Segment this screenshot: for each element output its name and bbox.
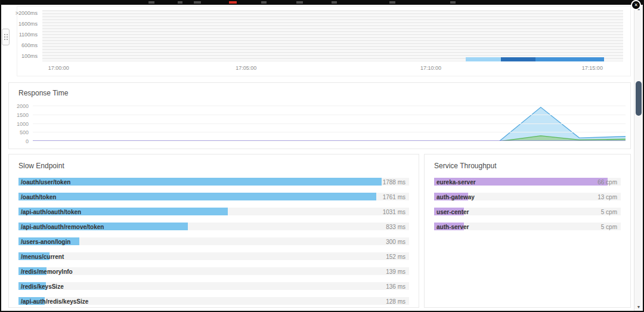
heatmap-segment[interactable] [501, 57, 535, 61]
bottom-panels: Slow Endpoint /oauth/user/token1788 ms/o… [8, 154, 631, 308]
endpoint-row: /api-auth/oauth/token1031 ms [18, 208, 409, 215]
bar-track: eureka-server66 cpm [434, 178, 621, 186]
service-row: auth-server5 cpm [434, 223, 621, 230]
bar-label: /redis/keysSize [21, 283, 64, 289]
scroll-down-button[interactable]: ▼ [634, 303, 643, 311]
endpoint-row: /oauth/user/token1788 ms [18, 178, 409, 186]
panel-drag-handle[interactable] [2, 29, 10, 45]
strip-fragment [389, 1, 395, 4]
axis-tick-label: 0 [26, 138, 29, 144]
bar-track: auth-server5 cpm [434, 223, 621, 230]
scrollbar-thumb[interactable] [636, 81, 642, 116]
close-button[interactable]: ✕ [631, 0, 641, 10]
gridline [33, 106, 626, 106]
bar-value: 136 ms [386, 283, 405, 289]
bar-value: 139 ms [386, 268, 405, 274]
bar-label: /api-auth/oauth/token [21, 208, 81, 215]
bar-track: /oauth/token1761 ms [18, 193, 409, 200]
browser-strip [1, 0, 643, 5]
axis-tick-label: 1100ms [19, 32, 38, 38]
panel-title: Response Time [18, 89, 68, 97]
bar-label: /api-auth/oauth/remove/token [21, 223, 104, 230]
bar-label: auth-server [436, 223, 469, 230]
bar[interactable] [18, 178, 382, 186]
gridline [33, 132, 626, 132]
axis-tick-label: 17:15:00 [582, 65, 603, 71]
bar-track: /oauth/user/token1788 ms [18, 178, 409, 186]
service-row: user-center5 cpm [434, 208, 621, 215]
heatmap-y-axis: >2000ms1600ms1100ms600ms100ms [17, 10, 40, 61]
drag-dots-icon [4, 34, 8, 40]
endpoint-row: /menus/current152 ms [18, 252, 409, 260]
bar-label: eureka-server [436, 178, 476, 185]
bar-value: 300 ms [386, 238, 405, 245]
bar-track: user-center5 cpm [434, 208, 621, 215]
axis-tick-label: >2000ms [16, 10, 38, 16]
service-throughput-panel: Service Throughput eureka-server66 cpmau… [424, 154, 631, 308]
strip-fragment [296, 1, 303, 4]
service_throughput-list: eureka-server66 cpmauth-gateway13 cpmuse… [434, 178, 621, 230]
endpoint-row: /redis/keysSize136 ms [18, 282, 409, 290]
axis-tick-label: 600ms [21, 42, 38, 48]
heatmap-panel: >2000ms1600ms1100ms600ms100ms 17:00:0017… [17, 6, 631, 76]
apm-dashboard: ✕ >2000ms1600ms1100ms600ms100ms 17:00:00… [0, 0, 644, 312]
bar-value: 1788 ms [383, 178, 405, 185]
bar-label: /api-auth/redis/keysSize [21, 298, 88, 304]
endpoint-row: /api-auth/oauth/remove/token833 ms [18, 223, 409, 230]
bar-track: /api-auth/redis/keysSize128 ms [18, 297, 409, 305]
axis-tick-label: 1000 [17, 121, 29, 127]
rt-svg [33, 102, 626, 141]
strip-fragment [148, 1, 154, 4]
gridline [33, 123, 626, 124]
bar-track: /redis/memoryInfo139 ms [18, 267, 409, 275]
response-time-panel: Response Time 2000150010005000 [8, 82, 631, 149]
strip-fragment [332, 1, 337, 4]
slow-endpoint-panel: Slow Endpoint /oauth/user/token1788 ms/o… [8, 154, 419, 308]
dashboard-content: >2000ms1600ms1100ms600ms100ms 17:00:0017… [8, 5, 631, 311]
bar-label: /oauth/token [21, 193, 56, 200]
bar-track: /redis/keysSize136 ms [18, 282, 409, 290]
bar-label: /oauth/user/token [21, 178, 70, 185]
bar-label: /users-anon/login [21, 238, 70, 245]
endpoint-row: /redis/memoryInfo139 ms [18, 267, 409, 275]
bar-value: 128 ms [386, 298, 405, 304]
scrollbar[interactable]: ▲ ▼ [634, 5, 643, 311]
bar-label: auth-gateway [436, 193, 475, 200]
strip-fragment [194, 1, 201, 4]
axis-tick-label: 1500 [17, 112, 29, 118]
heatmap-segment[interactable] [535, 57, 604, 61]
axis-tick-label: 500 [20, 129, 29, 135]
bar-label: /redis/memoryInfo [21, 268, 73, 274]
gridline [33, 115, 626, 115]
bar-track: /menus/current152 ms [18, 252, 409, 260]
bar-label: /menus/current [21, 253, 64, 260]
close-icon: ✕ [634, 2, 638, 8]
slow_endpoint-list: /oauth/user/token1788 ms/oauth/token1761… [18, 178, 409, 305]
bar-value: 5 cpm [601, 208, 617, 215]
strip-fragment [261, 1, 267, 4]
heatmap-plot[interactable] [42, 10, 623, 61]
heatmap-x-axis: 17:00:0017:05:0017:10:0017:15:00 [42, 65, 623, 73]
heatmap-segment[interactable] [466, 57, 501, 61]
axis-tick-label: 17:00:00 [48, 65, 69, 71]
bar-track: /api-auth/oauth/remove/token833 ms [18, 223, 409, 230]
bar-value: 5 cpm [601, 223, 617, 230]
panel-title: Slow Endpoint [18, 162, 409, 170]
endpoint-row: /users-anon/login300 ms [18, 237, 409, 245]
rt-y-axis: 2000150010005000 [11, 102, 30, 141]
axis-tick-label: 17:05:00 [236, 65, 256, 71]
strip-fragment [178, 1, 182, 4]
bar-label: user-center [436, 208, 469, 215]
axis-tick-label: 1600ms [18, 21, 38, 27]
endpoint-row: /oauth/token1761 ms [18, 193, 409, 200]
axis-tick-label: 100ms [21, 53, 38, 59]
bar-value: 1031 ms [383, 208, 405, 215]
strip-fragment [450, 1, 456, 4]
gridline [33, 141, 626, 141]
bar[interactable] [18, 193, 376, 200]
response-time-plot[interactable] [33, 102, 626, 141]
bar-value: 13 cpm [597, 193, 617, 200]
panel-title: Service Throughput [434, 162, 621, 170]
bar-value: 1761 ms [383, 193, 405, 200]
service-row: eureka-server66 cpm [434, 178, 621, 186]
